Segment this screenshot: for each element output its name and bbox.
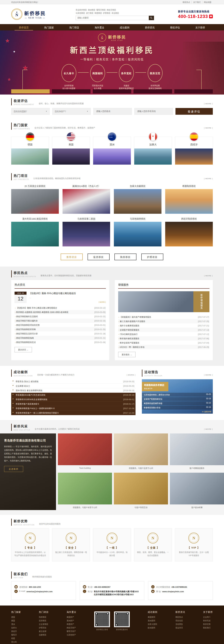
activity-detail-link[interactable]: ≫ 查看详情: [202, 410, 211, 413]
nav-item[interactable]: 海外置业: [87, 24, 112, 30]
site-logo[interactable]: ♛ N 新侨移民 — NEW VISA —: [11, 8, 46, 20]
country-card[interactable]: 加拿大: [134, 132, 172, 164]
country-card[interactable]: 德国: [11, 132, 49, 164]
footer-link[interactable]: 西班牙: [11, 630, 21, 633]
footer-link[interactable]: 意大利: [11, 640, 21, 644]
top-link[interactable]: 移民热点: [181, 1, 192, 4]
footer-link[interactable]: 购房移民: [39, 616, 48, 619]
project-card[interactable]: 西班牙购房移民: [165, 216, 213, 246]
footer-link[interactable]: 护照项目: [39, 626, 48, 630]
style-photo-cell[interactable]: 增值服务，与客户品茶于山间: [114, 434, 168, 471]
carousel-tab[interactable]: [11, 89, 50, 94]
project-card[interactable]: 加拿大自雇移民: [114, 183, 162, 214]
more-link[interactable]: | MORE |: [204, 178, 213, 180]
footer-link[interactable]: 澳洲案例: [148, 619, 157, 622]
net-assets-select[interactable]: 您的净资产？ ▼: [52, 108, 91, 115]
featured-news[interactable]: 2019. 03 12 【包租3年】雅典·市中心精选马隆公寓包租组合 … | M…: [14, 292, 106, 303]
filter-button[interactable]: 投资移民: [88, 254, 110, 260]
tab-value-services[interactable]: 增值服务: [118, 280, 210, 289]
footer-link[interactable]: 加拿大: [11, 626, 21, 630]
services-banner-photo[interactable]: 新侨增值服务: [118, 291, 210, 312]
style-photo-cell[interactable]: Team building: [58, 434, 112, 471]
service-row[interactable]: 新侨全球资产配置服务 [2017-07-04]: [118, 340, 210, 345]
filter-button[interactable]: 推荐项目: [61, 254, 83, 260]
activity-panel[interactable]: 希腊雅典商务考察团 报名进行中 马耳他国债移民二期项目分享会 03-25 全球资…: [142, 379, 213, 414]
more-link[interactable]: | MORE |: [127, 374, 136, 376]
top-link[interactable]: 关于我们: [192, 1, 202, 4]
project-card[interactable]: 马耳他国债移民: [114, 216, 162, 246]
country-card[interactable]: 澳洲: [93, 132, 131, 164]
nav-item[interactable]: 关于新侨: [188, 24, 213, 30]
carousel-tab[interactable]: [133, 89, 172, 94]
footer-link[interactable]: 移民热点: [176, 616, 185, 619]
more-link[interactable]: | MORE |: [204, 428, 213, 430]
footer-link[interactable]: 西班牙房产: [67, 626, 76, 630]
footer-link[interactable]: 美国房产: [67, 616, 76, 619]
phone-field[interactable]: [137, 110, 170, 113]
footer-link[interactable]: 美国案例: [148, 616, 157, 619]
footer-link[interactable]: 希腊房产: [67, 622, 76, 626]
service-row[interactable]: 第三方海外金融账户开设服务 [2017-07-25]: [118, 319, 210, 324]
service-row[interactable]: 6月29日一带一路移民分享会 [2017-06-29]: [118, 345, 210, 349]
news-row[interactable]: 西班牙购房移民指南 [2019-01-11]: [14, 336, 106, 340]
service-row[interactable]: 7月4日美利坚自由行 [2017-07-12]: [118, 332, 210, 336]
news-row[interactable]: 西班牙移民节假日福利多 [2019-02-15]: [14, 318, 106, 323]
news-row[interactable]: 西班牙移民生活资讯分享 [2019-01-18]: [14, 332, 106, 336]
footer-link[interactable]: 新侨风采: [203, 619, 213, 622]
footer-link[interactable]: 加拿大案例: [148, 622, 157, 626]
footer-link[interactable]: 欧洲案例: [148, 626, 157, 630]
case-row[interactable]: “ 澳洲·陈先生 雇主担保顺利获批 [2018-08-16]: [11, 388, 136, 393]
footer-link[interactable]: 希腊: [11, 637, 21, 640]
footer-link[interactable]: 澳洲: [11, 622, 21, 626]
carousel-tab[interactable]: [93, 89, 131, 94]
news-row[interactable]: 【包租3年】雅典·市中心精选马隆公寓包租组合 [2019-03-12]: [14, 306, 106, 310]
footer-link[interactable]: 联系我们: [203, 626, 213, 630]
footer-link[interactable]: 新侨优势: [203, 622, 213, 626]
activity-row[interactable]: 新春移民政策分享会 02-16: [142, 406, 213, 410]
country-card[interactable]: 美国: [52, 132, 90, 164]
name-field[interactable]: [96, 110, 129, 113]
service-row[interactable]: 全球医疗保险配置服务 [2017-07-13]: [118, 328, 210, 332]
footer-link[interactable]: 企业家移民: [39, 622, 48, 626]
activity-row[interactable]: 马耳他国债移民二期项目分享会 03-25: [142, 393, 213, 397]
nav-item[interactable]: 热门国家: [36, 24, 62, 30]
project-card[interactable]: 澳大利亚188C类投资移民: [11, 216, 59, 246]
case-row[interactable]: “ 企业高管·赵女士 [2018-09-20]: [11, 384, 136, 388]
footer-link[interactable]: 美国: [11, 619, 21, 622]
footer-link[interactable]: 自雇移民: [39, 633, 48, 637]
project-card[interactable]: 20 万英镑企业家移民: [11, 183, 59, 214]
enter-company-button[interactable]: 走进新侨: [4, 466, 23, 472]
footer-link[interactable]: 澳洲房产: [67, 619, 76, 622]
activity-row[interactable]: 全球资产配置高峰论坛 03-18: [142, 397, 213, 401]
news-row[interactable]: 西班牙移民晚年生活悠闲 [2019-02-22]: [14, 314, 106, 318]
more-link[interactable]: | MORE |: [204, 102, 213, 104]
filter-button[interactable]: 护照项目: [141, 254, 163, 260]
activity-row[interactable]: 美国移民面签辅导讲座 03-10: [142, 401, 213, 405]
service-row[interactable]: 【增值服务】海外房产考察接待服务 [2017-07-27]: [118, 315, 210, 319]
more-news-button[interactable]: 更多资讯 →: [14, 347, 32, 352]
footer-link[interactable]: 投资移民: [39, 619, 48, 622]
service-row[interactable]: 新侨海外接机安居服务 [2017-07-06]: [118, 336, 210, 340]
footer-link[interactable]: 马耳他房产: [67, 633, 76, 637]
more-link[interactable]: | MORE |: [204, 127, 213, 129]
footer-link[interactable]: 葡萄牙房产: [67, 630, 76, 633]
nav-item[interactable]: 成功案例: [112, 24, 137, 30]
filter-button[interactable]: 购房移民: [114, 254, 136, 260]
nav-item[interactable]: 新侨资讯: [137, 24, 162, 30]
destination-country-select[interactable]: 您的目的国家？ ▼: [11, 108, 50, 115]
case-row[interactable]: “ 恭喜新侨客户喜获澳洲绿卡 [2018-01-17]: [11, 402, 136, 406]
case-row[interactable]: “ 恭喜新侨2018年W先生全家顺利获批 [2018-08-01]: [11, 397, 136, 402]
nav-item[interactable]: 新侨首页: [11, 24, 36, 30]
more-link[interactable]: | MORE |: [204, 275, 213, 277]
case-row[interactable]: “ 恭喜青岛·张女士 成功获批 [2018-09-20]: [11, 379, 136, 384]
footer-link[interactable]: 签证资讯: [176, 626, 185, 630]
news-row[interactable]: 西班牙购房移民受青睐 [2019-01-25]: [14, 327, 106, 332]
activity-highlight[interactable]: 希腊雅典商务考察团 报名进行中: [142, 382, 168, 391]
more-services-button[interactable]: 更多服务 →: [118, 352, 136, 357]
service-row[interactable]: 海外子女教育规划服务 [2017-07-21]: [118, 324, 210, 328]
carousel-tab[interactable]: [174, 89, 213, 94]
search-input[interactable]: [76, 16, 149, 20]
footer-link[interactable]: 企业简介: [203, 616, 213, 619]
project-card[interactable]: 美国EB1A移民（杰出人才）: [62, 183, 110, 214]
case-row[interactable]: “ 恭喜新侨移民客户W女士一家顺利拿到枫叶卡 [2017-10-24]: [11, 406, 136, 411]
